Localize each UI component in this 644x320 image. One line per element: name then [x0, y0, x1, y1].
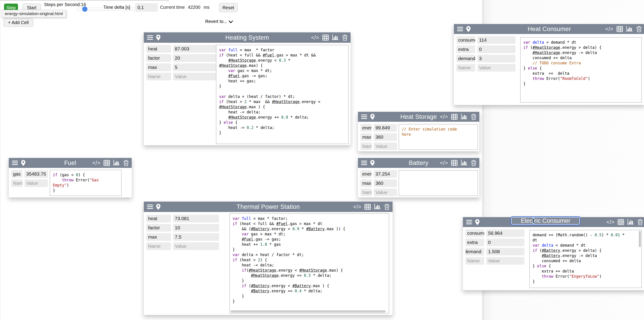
param-name-input[interactable]: consumed: [456, 36, 475, 44]
param-name-input[interactable]: demand: [456, 55, 475, 62]
steps-per-second-slider-handle[interactable]: [82, 7, 88, 12]
code-editor[interactable]: demand += (Math.random() - 0.5) * 0.01 *…: [530, 230, 642, 288]
param-name-input[interactable]: extra: [456, 46, 475, 53]
param-value-input[interactable]: 3: [477, 55, 516, 62]
param-name-input[interactable]: heat: [146, 45, 171, 53]
location-pin-icon[interactable]: [156, 35, 160, 41]
code-editor[interactable]: var full = max * factor; if (heat < full…: [230, 213, 389, 313]
param-value-input[interactable]: 360: [374, 133, 397, 141]
trash-icon[interactable]: [384, 204, 390, 210]
location-pin-icon[interactable]: [156, 204, 160, 210]
code-editor[interactable]: // Enter simulation code here: [398, 124, 478, 150]
location-pin-icon[interactable]: [475, 219, 480, 225]
add-cell-button[interactable]: + Add Cell: [3, 18, 33, 27]
param-value-input[interactable]: 56.964: [486, 229, 524, 237]
location-pin-icon[interactable]: [370, 114, 374, 120]
param-name-input[interactable]: max: [146, 233, 171, 241]
param-name-input[interactable]: max: [360, 179, 372, 187]
horizontal-scrollbar-thumb[interactable]: [230, 310, 386, 312]
param-name-input[interactable]: extra: [465, 239, 484, 246]
param-value-input[interactable]: 5: [173, 63, 219, 71]
code-view-icon[interactable]: </>: [92, 160, 100, 166]
param-name-input-placeholder[interactable]: Name: [465, 257, 484, 265]
menu-icon[interactable]: [361, 114, 367, 119]
code-editor[interactable]: [398, 170, 478, 196]
code-editor[interactable]: var full = max * factor if (heat < full …: [216, 45, 349, 144]
location-pin-icon[interactable]: [21, 160, 26, 166]
table-view-icon[interactable]: [451, 114, 458, 120]
revert-to-dropdown[interactable]: Revert to...: [205, 19, 232, 24]
table-view-icon[interactable]: [364, 204, 371, 210]
table-view-icon[interactable]: [451, 160, 458, 166]
param-value-input[interactable]: 35483.75: [24, 170, 48, 178]
param-value-input[interactable]: 360: [374, 179, 397, 187]
trash-icon[interactable]: [471, 160, 476, 166]
param-value-input[interactable]: 0: [486, 239, 524, 246]
trash-icon[interactable]: [471, 114, 476, 120]
trash-icon[interactable]: [123, 160, 129, 166]
param-value-input-placeholder[interactable]: Value: [173, 73, 219, 80]
param-name-input-placeholder[interactable]: Name: [360, 189, 372, 196]
trash-icon[interactable]: [638, 219, 643, 225]
param-value-input-placeholder[interactable]: Value: [477, 64, 516, 72]
param-name-input[interactable]: energy: [360, 170, 372, 178]
table-view-icon[interactable]: [104, 160, 110, 166]
param-value-input-placeholder[interactable]: Value: [24, 179, 48, 187]
code-view-icon[interactable]: </>: [605, 26, 614, 32]
param-name-input[interactable]: factor: [146, 54, 171, 62]
chart-view-icon[interactable]: [461, 114, 468, 120]
trash-icon[interactable]: [636, 26, 642, 32]
menu-icon[interactable]: [147, 204, 153, 209]
chart-view-icon[interactable]: [332, 35, 339, 41]
param-name-input[interactable]: factor: [146, 224, 171, 232]
table-view-icon[interactable]: [322, 35, 329, 41]
table-view-icon[interactable]: [616, 26, 623, 32]
chart-view-icon[interactable]: [461, 160, 468, 166]
param-name-input[interactable]: gas: [11, 170, 22, 178]
menu-icon[interactable]: [12, 161, 18, 166]
menu-icon[interactable]: [147, 35, 153, 40]
location-pin-icon[interactable]: [370, 160, 374, 166]
param-value-input[interactable]: 0: [477, 46, 516, 53]
param-value-input-placeholder[interactable]: Value: [374, 142, 397, 150]
param-name-input-placeholder[interactable]: Name: [146, 242, 171, 250]
param-value-input[interactable]: 73.081: [173, 215, 219, 222]
trash-icon[interactable]: [342, 35, 348, 41]
param-value-input-placeholder[interactable]: Value: [486, 257, 524, 265]
location-pin-icon[interactable]: [466, 26, 470, 32]
code-view-icon[interactable]: </>: [311, 35, 319, 41]
reset-button[interactable]: Reset: [219, 3, 238, 12]
param-name-input-placeholder[interactable]: Name: [456, 64, 475, 72]
time-delta-input[interactable]: 0,1: [135, 3, 158, 12]
param-value-input[interactable]: 87.003: [173, 45, 219, 53]
param-name-input[interactable]: demand: [465, 248, 484, 255]
code-view-icon[interactable]: </>: [606, 219, 614, 225]
param-value-input[interactable]: 114: [477, 36, 516, 44]
menu-icon[interactable]: [466, 220, 472, 225]
code-view-icon[interactable]: </>: [353, 204, 361, 210]
param-name-input[interactable]: heat: [146, 215, 171, 222]
chart-view-icon[interactable]: [627, 219, 634, 225]
param-value-input-placeholder[interactable]: Value: [173, 242, 219, 250]
code-editor[interactable]: var delta = demand * dt if (#HeatStorage…: [520, 37, 642, 103]
code-editor[interactable]: if (gas < 0) { throw Error("Gas Empty") …: [50, 170, 122, 196]
code-view-icon[interactable]: </>: [440, 160, 448, 166]
param-value-input-placeholder[interactable]: Value: [374, 189, 397, 196]
param-value-input[interactable]: 99.849: [374, 124, 397, 132]
table-view-icon[interactable]: [618, 219, 624, 225]
vertical-scrollbar-thumb[interactable]: [639, 231, 641, 247]
param-name-input[interactable]: energy: [360, 124, 372, 132]
param-name-input-placeholder[interactable]: Name: [11, 179, 22, 187]
cell-title-input[interactable]: Electric Consumer: [510, 216, 581, 225]
menu-icon[interactable]: [457, 27, 463, 32]
chart-view-icon[interactable]: [374, 204, 381, 210]
param-name-input[interactable]: consumed: [465, 229, 484, 237]
param-value-input[interactable]: 10: [173, 224, 219, 232]
chart-view-icon[interactable]: [113, 160, 120, 166]
param-name-input-placeholder[interactable]: Name: [146, 73, 171, 80]
param-name-input[interactable]: max: [146, 63, 171, 71]
param-name-input-placeholder[interactable]: Name: [360, 142, 372, 150]
param-value-input[interactable]: 20: [173, 54, 219, 62]
param-value-input[interactable]: 1.508: [486, 248, 524, 255]
param-name-input[interactable]: max: [360, 133, 372, 141]
